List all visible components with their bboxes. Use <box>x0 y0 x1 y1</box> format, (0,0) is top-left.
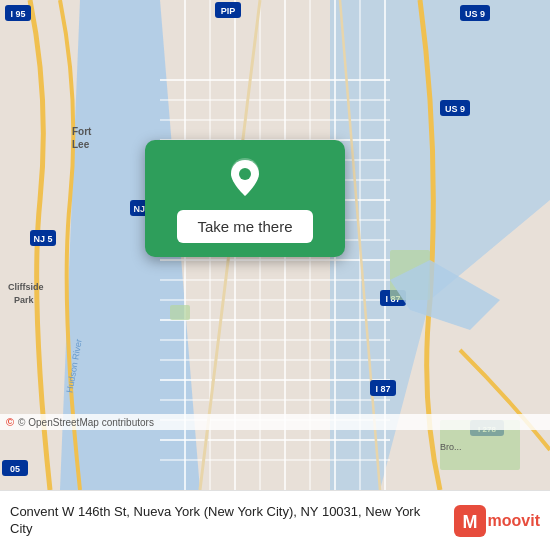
map-container: I 95 PIP US 9 US 9 NJ 5 NJ 5 I 87 I 87 I… <box>0 0 550 490</box>
svg-text:US 9: US 9 <box>445 104 465 114</box>
take-me-there-button[interactable]: Take me there <box>177 210 312 243</box>
svg-text:PIP: PIP <box>221 6 236 16</box>
location-pin-icon <box>223 156 267 200</box>
svg-text:M: M <box>462 512 477 532</box>
svg-text:Fort: Fort <box>72 126 92 137</box>
location-card: Take me there <box>145 140 345 257</box>
svg-text:Bro...: Bro... <box>440 442 462 452</box>
svg-rect-59 <box>170 305 190 320</box>
svg-text:Cliffside: Cliffside <box>8 282 44 292</box>
moovit-icon: M <box>454 505 486 537</box>
svg-point-65 <box>239 168 251 180</box>
bottom-info-bar: Convent W 146th St, Nueva York (New York… <box>0 490 550 550</box>
map-attribution: © © OpenStreetMap contributors <box>0 414 550 430</box>
svg-text:05: 05 <box>10 464 20 474</box>
attribution-text: © OpenStreetMap contributors <box>18 417 154 428</box>
moovit-brand-text: moovit <box>488 512 540 530</box>
svg-text:I 95: I 95 <box>10 9 25 19</box>
svg-text:I 87: I 87 <box>375 384 390 394</box>
osm-logo: © <box>6 416 14 428</box>
svg-text:Lee: Lee <box>72 139 90 150</box>
svg-text:NJ 5: NJ 5 <box>33 234 52 244</box>
svg-text:Park: Park <box>14 295 35 305</box>
address-text: Convent W 146th St, Nueva York (New York… <box>10 504 446 538</box>
moovit-logo: M moovit <box>454 505 540 537</box>
svg-text:US 9: US 9 <box>465 9 485 19</box>
